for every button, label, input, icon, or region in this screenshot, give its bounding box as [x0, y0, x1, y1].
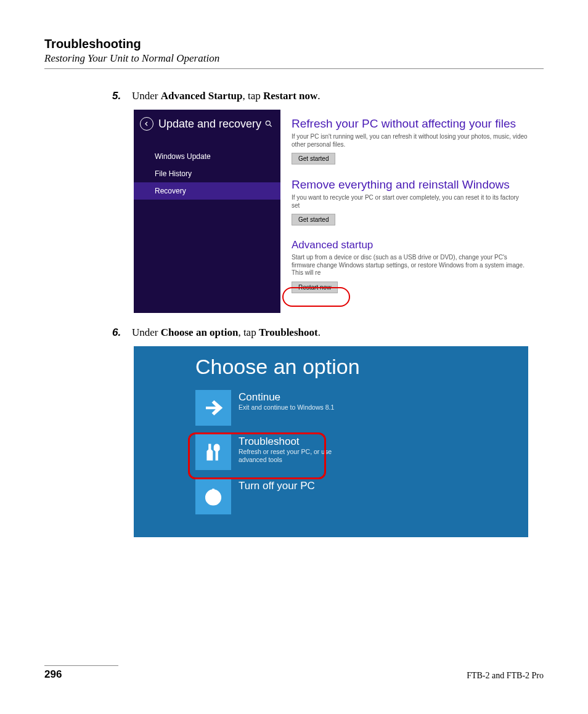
header-rule	[44, 68, 544, 69]
step-6: 6. Under Choose an option, tap Troublesh…	[112, 327, 544, 339]
advanced-desc: Start up from a device or disc (such as …	[292, 254, 528, 277]
step-text-post: .	[318, 327, 321, 338]
arrow-right-icon	[195, 390, 231, 426]
step-text-b2: Troubleshoot	[259, 327, 318, 338]
sidebar-item-windows-update[interactable]: Windows Update	[134, 148, 280, 165]
step-text-post: .	[317, 90, 320, 102]
refresh-get-started-button[interactable]: Get started	[292, 153, 335, 164]
sidebar-item-file-history[interactable]: File History	[134, 165, 280, 182]
advanced-heading: Advanced startup	[292, 239, 528, 251]
tile-text: Turn off your PC	[239, 479, 315, 492]
remove-get-started-button[interactable]: Get started	[292, 214, 335, 225]
remove-heading: Remove everything and reinstall Windows	[292, 178, 528, 192]
screenshot-choose-option: Choose an option Continue Exit and conti…	[134, 346, 528, 537]
remove-section: Remove everything and reinstall Windows …	[292, 178, 528, 225]
svg-line-1	[270, 125, 272, 127]
tile-heading: Continue	[239, 391, 334, 404]
tile-heading: Troubleshoot	[239, 436, 337, 448]
product-name: FTB-2 and FTB-2 Pro	[467, 671, 544, 681]
step-number: 6.	[112, 327, 132, 339]
refresh-heading: Refresh your PC without affecting your f…	[292, 117, 528, 131]
page-subtitle: Restoring Your Unit to Normal Operation	[44, 52, 544, 65]
step-text-mid: , tap	[238, 327, 259, 338]
step-text-b1: Advanced Startup	[161, 90, 243, 102]
advanced-section: Advanced startup Start up from a device …	[292, 239, 528, 293]
step-text-pre: Under	[132, 90, 161, 102]
tile-desc: Refresh or reset your PC, or use advance…	[239, 448, 337, 463]
sidebar-item-recovery[interactable]: Recovery	[134, 182, 280, 200]
sidebar-header: Update and recovery	[134, 110, 280, 137]
screenshot-update-recovery: Update and recovery Windows Update File …	[134, 110, 528, 313]
step-text: Under Advanced Startup, tap Restart now.	[132, 90, 321, 102]
sidebar: Update and recovery Windows Update File …	[134, 110, 280, 313]
tile-desc: Exit and continue to Windows 8.1	[239, 404, 334, 412]
choose-option-title: Choose an option	[195, 355, 528, 379]
refresh-section: Refresh your PC without affecting your f…	[292, 117, 528, 164]
page-title: Troubleshooting	[44, 37, 544, 51]
step-text: Under Choose an option, tap Troubleshoot…	[132, 327, 321, 339]
svg-point-0	[266, 121, 270, 125]
sidebar-title: Update and recovery	[158, 118, 261, 131]
tile-turn-off[interactable]: Turn off your PC	[195, 479, 528, 514]
step-5: 5. Under Advanced Startup, tap Restart n…	[112, 90, 544, 102]
page-footer: 296 FTB-2 and FTB-2 Pro	[44, 665, 544, 681]
step-text-mid: , tap	[242, 90, 263, 102]
settings-main: Refresh your PC without affecting your f…	[280, 110, 528, 313]
search-icon[interactable]	[264, 120, 273, 130]
refresh-desc: If your PC isn't running well, you can r…	[292, 133, 528, 148]
step-text-b2: Restart now	[263, 90, 317, 102]
step-text-pre: Under	[132, 327, 161, 338]
tile-text: Continue Exit and continue to Windows 8.…	[239, 390, 334, 412]
tools-icon	[195, 434, 231, 470]
footer-rule	[44, 665, 118, 666]
page-header: Troubleshooting Restoring Your Unit to N…	[44, 37, 544, 69]
tile-continue[interactable]: Continue Exit and continue to Windows 8.…	[195, 390, 528, 426]
tile-heading: Turn off your PC	[239, 480, 315, 492]
step-text-b1: Choose an option	[161, 327, 239, 338]
back-icon[interactable]	[140, 117, 153, 131]
page-number: 296	[44, 668, 62, 681]
step-number: 5.	[112, 90, 132, 102]
tile-troubleshoot[interactable]: Troubleshoot Refresh or reset your PC, o…	[195, 434, 528, 470]
remove-desc: If you want to recycle your PC or start …	[292, 194, 528, 209]
power-icon	[195, 479, 231, 514]
tile-text: Troubleshoot Refresh or reset your PC, o…	[239, 434, 337, 463]
restart-now-button[interactable]: Restart now	[292, 282, 338, 293]
